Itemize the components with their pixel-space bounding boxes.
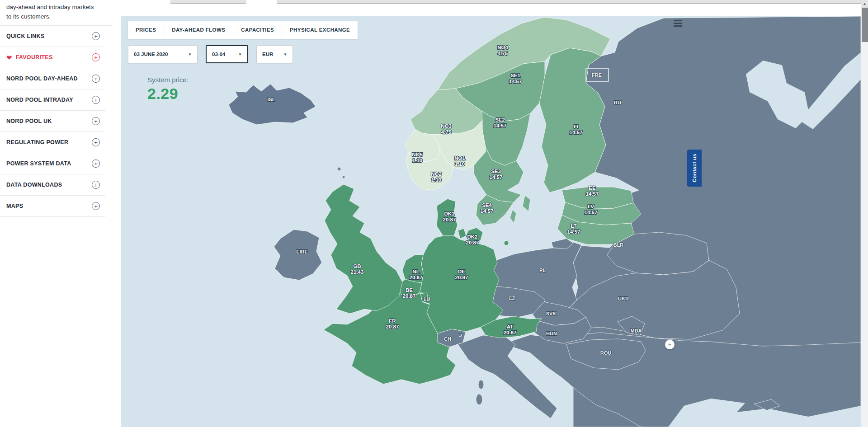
map-island-sardinia [476,394,482,405]
map-region-de[interactable] [420,236,503,333]
map-label-no1: NO11.10 [454,155,465,167]
hour-dropdown[interactable]: 03-04 ▼ [206,45,248,63]
map-zoom-button[interactable]: + [665,340,675,349]
map-label-dk2: DK220.87 [466,234,479,245]
sidebar-item-label: DATA DOWNLOADS [6,182,62,188]
menu-icon[interactable] [674,20,682,27]
map-panel: ISLNO44.75SE114.57FRERUSE214.57NO34.75FI… [121,16,861,427]
map-label-se1: SE114.57 [509,73,522,84]
map-label-rou: ROU [600,350,612,356]
tab-day-ahead-flows[interactable]: DAY-AHEAD FLOWS [164,21,233,39]
main-content: ISLNO44.75SE114.57FRERUSE214.57NO34.75FI… [112,0,861,427]
map-label-se2: SE214.57 [494,117,507,128]
date-dropdown-value: 03 JUNE 2020 [134,52,168,57]
chevron-down-icon: ▼ [238,52,242,56]
plus-icon[interactable]: + [92,138,100,146]
plus-icon[interactable]: + [92,53,100,61]
map-label-svk: SVK [546,311,557,316]
top-tab-strip [170,0,861,4]
map-label-ru: RU [614,100,621,105]
contact-us-label: Contact us [692,154,697,182]
sidebar-item-nord-pool-day-ahead[interactable]: NORD POOL DAY-AHEAD + [0,68,105,89]
map-label-blr: BLR [613,242,624,248]
hour-dropdown-value: 03-04 [212,52,225,57]
map-label-no3: NO34.75 [441,123,452,135]
active-top-tab-notch[interactable] [246,0,277,4]
map-label-ch: CH [444,336,451,342]
sidebar-item-power-system-data[interactable]: POWER SYSTEM DATA + [0,153,105,174]
map-island-shetland [337,167,341,171]
sidebar-item-quick-links[interactable]: QUICK LINKS + [0,26,105,47]
heart-icon: ❤ [6,54,12,61]
currency-dropdown-value: EUR [262,52,273,57]
scrollbar-thumb[interactable] [862,8,868,42]
contact-us-tab[interactable]: Contact us [687,150,702,187]
sidebar-item-label: MAPS [6,203,23,209]
sidebar-item-favourites[interactable]: ❤ FAVOURITES + [0,47,105,68]
chevron-down-icon: ▼ [283,52,287,56]
europe-price-map[interactable]: ISLNO44.75SE114.57FRERUSE214.57NO34.75FI… [121,16,861,427]
sidebar: day-ahead and intraday markets to its cu… [0,0,112,427]
map-label-se4: SE414.57 [481,202,494,214]
system-price-block: System price: 2.29 [147,76,189,103]
date-dropdown[interactable]: 03 JUNE 2020 ▼ [128,45,198,63]
tab-capacities[interactable]: CAPACITIES [233,21,282,39]
map-label-lu: LU [424,296,430,302]
intro-line-2: to its customers. [6,13,51,20]
sidebar-item-regulating-power[interactable]: REGULATING POWER + [0,132,105,153]
plus-icon[interactable]: + [92,96,100,104]
map-label-se3: SE314.57 [490,169,503,180]
sidebar-item-data-downloads[interactable]: DATA DOWNLOADS + [0,174,105,196]
map-island-orkney [342,176,345,178]
sidebar-item-label: POWER SYSTEM DATA [6,160,71,167]
system-price-label: System price: [147,76,189,84]
intro-line-1: day-ahead and intraday markets [6,4,94,10]
map-label-ukr: UKR [618,296,629,301]
sidebar-item-label: REGULATING POWER [6,139,68,145]
sidebar-item-label: FAVOURITES [16,54,53,61]
map-label-no2: NO21.10 [431,171,442,183]
map-label-eire: EIRE [296,249,308,254]
map-filters: 03 JUNE 2020 ▼ 03-04 ▼ EUR ▼ [128,45,293,63]
sidebar-item-nord-pool-intraday[interactable]: NORD POOL INTRADAY + [0,89,105,111]
map-label-pl: PL [539,267,546,273]
sidebar-item-label: QUICK LINKS [6,33,45,39]
tab-prices[interactable]: PRICES [128,21,164,39]
sidebar-item-nord-pool-uk[interactable]: NORD POOL UK + [0,111,105,132]
system-price-value: 2.29 [147,85,189,103]
map-label-hun: HUN [546,331,557,336]
plus-icon[interactable]: + [92,75,100,83]
plus-icon[interactable]: + [92,202,100,210]
map-label-mda: MDA [630,328,642,333]
tab-physical-exchange[interactable]: PHYSICAL EXCHANGE [282,21,358,39]
sidebar-nav: QUICK LINKS + ❤ FAVOURITES + NORD POOL D… [0,25,112,217]
sidebar-item-maps[interactable]: MAPS + [0,196,105,217]
sidebar-item-label: NORD POOL INTRADAY [6,97,73,103]
map-label-no4: NO44.75 [497,45,508,56]
plus-icon[interactable]: + [92,32,100,40]
map-label-dk1: DK120.87 [443,211,456,222]
map-label-li: LI [458,333,462,338]
scrollbar-up-arrow-icon[interactable]: ▲ [861,0,868,8]
currency-dropdown[interactable]: EUR ▼ [256,45,293,63]
map-label-cz: CZ [509,296,515,301]
plus-icon[interactable]: + [92,160,100,168]
sidebar-item-label: NORD POOL UK [6,118,52,124]
map-island-bornholm[interactable] [504,241,509,245]
plus-icon[interactable]: + [92,181,100,189]
map-label-fre: FRE [592,72,602,78]
map-label-no5: NO51.10 [412,152,423,163]
page-scrollbar[interactable]: ▲ [861,0,868,427]
sidebar-intro-text: day-ahead and intraday markets to its cu… [0,0,112,25]
map-label-isl: ISL [267,97,275,102]
map-island-corsica [478,380,484,389]
chevron-down-icon: ▼ [188,52,192,56]
sidebar-item-label: NORD POOL DAY-AHEAD [6,75,78,82]
map-view-tabs: PRICES DAY-AHEAD FLOWS CAPACITIES PHYSIC… [128,21,358,39]
plus-icon[interactable]: + [92,117,100,125]
